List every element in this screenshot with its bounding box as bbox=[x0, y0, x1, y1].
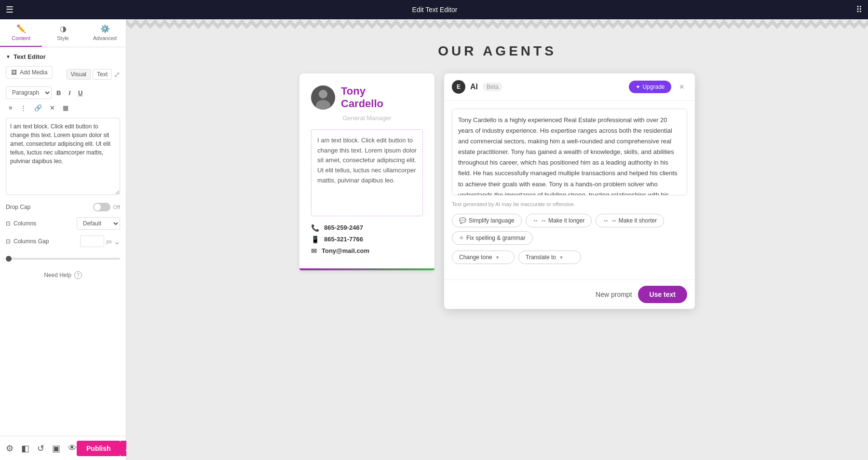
tab-advanced[interactable]: ⚙️ Advanced bbox=[84, 19, 126, 47]
phone1-value: 865-259-2467 bbox=[324, 224, 363, 231]
content-icon: ✏️ bbox=[16, 24, 26, 33]
ai-action-btns: 💬 Simplify language ↔ ↔ Make it longer ↔… bbox=[452, 214, 687, 245]
make-longer-btn[interactable]: ↔ ↔ Make it longer bbox=[526, 214, 592, 227]
agent-text-box[interactable]: I am text block. Click edit button to ch… bbox=[311, 129, 423, 216]
gap-stepper-icon[interactable]: ⌄ bbox=[114, 237, 120, 246]
email-icon: ✉ bbox=[311, 247, 317, 255]
style-icon: ◑ bbox=[60, 24, 67, 33]
unordered-list-btn[interactable]: ≡ bbox=[6, 103, 15, 113]
columns-label: ⊡ Columns bbox=[6, 220, 36, 227]
paragraph-select[interactable]: Paragraph bbox=[6, 86, 52, 99]
upgrade-label: Upgrade bbox=[642, 84, 665, 90]
drop-cap-toggle[interactable]: Off bbox=[93, 203, 120, 211]
phone2-icon: 📱 bbox=[311, 236, 319, 243]
upgrade-icon: ✦ bbox=[636, 84, 640, 90]
gap-input-group: px ⌄ bbox=[80, 236, 120, 247]
agent-name: Tony Cardello bbox=[341, 85, 383, 111]
top-bar-title: Edit Text Editor bbox=[19, 6, 850, 14]
email-value: Tony@mail.com bbox=[322, 247, 369, 254]
section-arrow-icon: ▼ bbox=[6, 54, 11, 59]
toggle-state-label: Off bbox=[113, 204, 120, 210]
add-media-label: Add Media bbox=[20, 69, 47, 76]
bottom-bar: ⚙ ◧ ↺ ▣ 👁 Publish ▲ bbox=[0, 436, 126, 460]
text-area-container bbox=[6, 118, 120, 197]
help-row: Need Help ? bbox=[6, 271, 120, 279]
left-panel: ✏️ Content ◑ Style ⚙️ Advanced ▼ Text Ed… bbox=[0, 19, 126, 460]
tone-label: Change tone bbox=[459, 254, 492, 261]
publish-button[interactable]: Publish bbox=[77, 441, 121, 456]
toggle-switch[interactable] bbox=[93, 203, 110, 211]
agent-name-line1: Tony bbox=[341, 85, 383, 98]
italic-btn[interactable]: I bbox=[66, 88, 73, 98]
table-btn[interactable]: ▦ bbox=[60, 103, 71, 113]
cards-row: Tony Cardello General Manager I am text … bbox=[299, 73, 695, 309]
agent-name-line2: Cardello bbox=[341, 98, 383, 110]
editor-toolbar-top: 🖼 Add Media Visual Text ⤢ bbox=[6, 66, 120, 83]
change-tone-dropdown[interactable]: Change tone ▼ bbox=[452, 251, 515, 264]
agent-card-header: Tony Cardello bbox=[311, 85, 423, 111]
longer-icon: ↔ bbox=[533, 217, 539, 224]
tab-content[interactable]: ✏️ Content bbox=[0, 19, 42, 47]
new-prompt-button[interactable]: New prompt bbox=[596, 291, 632, 298]
gap-input[interactable] bbox=[80, 236, 104, 247]
ordered-list-btn[interactable]: ⋮ bbox=[17, 103, 29, 113]
add-media-button[interactable]: 🖼 Add Media bbox=[6, 66, 53, 79]
ai-panel-header: E AI Beta ✦ Upgrade × bbox=[444, 73, 695, 101]
spelling-icon: ✧ bbox=[459, 235, 464, 241]
bold-btn[interactable]: B bbox=[54, 88, 64, 98]
hamburger-icon[interactable]: ☰ bbox=[6, 4, 14, 15]
make-shorter-btn[interactable]: ↔ ↔ Make it shorter bbox=[596, 214, 664, 227]
section-title: Text Editor bbox=[14, 53, 46, 60]
page-container: OUR AGENTS To bbox=[280, 34, 714, 309]
expand-icon[interactable]: ⤢ bbox=[114, 70, 120, 79]
translate-to-dropdown[interactable]: Translate to ▼ bbox=[518, 251, 581, 264]
ai-disclaimer: Text generated by AI may be inaccurate o… bbox=[452, 201, 687, 207]
avatar bbox=[311, 85, 335, 110]
underline-btn[interactable]: U bbox=[75, 88, 85, 98]
translate-label: Translate to bbox=[526, 254, 556, 261]
tabs-row: ✏️ Content ◑ Style ⚙️ Advanced bbox=[0, 19, 126, 47]
ai-panel-footer: New prompt Use text bbox=[444, 279, 695, 309]
svg-point-1 bbox=[319, 90, 327, 98]
simplify-language-btn[interactable]: 💬 Simplify language bbox=[452, 214, 522, 227]
tab-style[interactable]: ◑ Style bbox=[42, 19, 84, 47]
link-btn[interactable]: 🔗 bbox=[31, 103, 45, 113]
page-title: OUR AGENTS bbox=[438, 43, 556, 59]
gap-slider[interactable] bbox=[6, 258, 120, 260]
grid-icon[interactable]: ⠿ bbox=[856, 4, 862, 15]
avatar-image bbox=[311, 85, 335, 110]
tab-content-label: Content bbox=[12, 35, 30, 41]
visual-btn[interactable]: Visual bbox=[67, 69, 91, 80]
gap-label: ⊡ Columns Gap bbox=[6, 238, 49, 245]
contact-phone2: 📱 865-321-7766 bbox=[311, 236, 423, 243]
text-editor-area[interactable] bbox=[6, 118, 120, 195]
help-icon[interactable]: ? bbox=[74, 271, 82, 279]
text-btn[interactable]: Text bbox=[93, 69, 112, 80]
settings-icon[interactable]: ⚙ bbox=[6, 443, 14, 454]
layers-icon[interactable]: ◧ bbox=[21, 443, 29, 454]
format-row: Paragraph B I U bbox=[6, 86, 120, 99]
help-text: Need Help bbox=[44, 272, 71, 279]
contact-phone1: 📞 865-259-2467 bbox=[311, 224, 423, 232]
notes-icon[interactable]: ▣ bbox=[52, 443, 60, 454]
use-text-button[interactable]: Use text bbox=[638, 286, 687, 303]
ai-logo-text: E bbox=[457, 84, 461, 90]
eye-icon[interactable]: 👁 bbox=[68, 443, 77, 454]
columns-icon: ⊡ bbox=[6, 220, 11, 227]
history-icon[interactable]: ↺ bbox=[37, 443, 44, 454]
columns-select[interactable]: Default bbox=[77, 217, 120, 230]
bottom-icons: ⚙ ◧ ↺ ▣ 👁 bbox=[6, 443, 77, 454]
ai-text-area[interactable] bbox=[452, 109, 687, 195]
list-row: ≡ ⋮ 🔗 ✕ ▦ bbox=[6, 103, 120, 113]
upgrade-button[interactable]: ✦ Upgrade bbox=[629, 81, 671, 93]
fix-spelling-btn[interactable]: ✧ Fix spelling & grammar bbox=[452, 231, 533, 245]
main-layout: ✏️ Content ◑ Style ⚙️ Advanced ▼ Text Ed… bbox=[0, 19, 868, 460]
panel-content: ▼ Text Editor 🖼 Add Media Visual Text ⤢ bbox=[0, 47, 126, 436]
strikethrough-btn[interactable]: ✕ bbox=[47, 103, 58, 113]
section-header: ▼ Text Editor bbox=[6, 53, 120, 60]
ai-beta-badge: Beta bbox=[483, 83, 502, 91]
phone2-value: 865-321-7766 bbox=[324, 236, 363, 243]
agent-card: Tony Cardello General Manager I am text … bbox=[299, 73, 434, 270]
ai-close-button[interactable]: × bbox=[676, 81, 687, 93]
columns-row: ⊡ Columns Default bbox=[6, 217, 120, 230]
